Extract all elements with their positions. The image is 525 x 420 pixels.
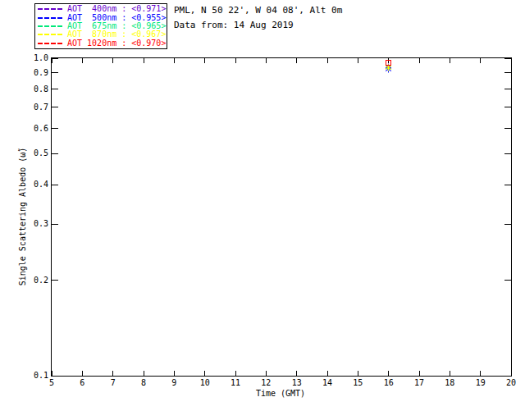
y-axis-right-tick bbox=[504, 280, 511, 281]
x-axis-tick bbox=[388, 371, 389, 376]
y-axis-right-tick bbox=[504, 72, 511, 73]
y-tick-label: 0.8 bbox=[25, 84, 48, 94]
x-axis-top-tick bbox=[358, 58, 358, 63]
y-axis-right-tick bbox=[504, 185, 511, 185]
legend-item-label: AOT 400nm : <0.971> bbox=[67, 5, 166, 13]
x-axis-tick bbox=[204, 371, 205, 376]
x-tick-label: 7 bbox=[103, 378, 124, 388]
y-axis-tick bbox=[52, 72, 58, 73]
y-tick-label: 0.3 bbox=[25, 219, 48, 229]
y-axis-right-tick bbox=[504, 128, 511, 129]
x-tick-label: 15 bbox=[347, 378, 368, 388]
x-axis-top-tick bbox=[419, 58, 420, 63]
y-tick-label: 0.4 bbox=[25, 180, 48, 189]
x-axis-top-tick bbox=[144, 58, 144, 63]
x-tick-label: 17 bbox=[409, 378, 430, 388]
data-marker-square-1020nm bbox=[386, 60, 391, 66]
y-axis-right-tick bbox=[504, 107, 511, 107]
x-tick-label: 12 bbox=[255, 378, 276, 388]
dashed-line-sample-icon bbox=[38, 43, 62, 44]
legend-item-400nm: AOT 400nm : <0.971> bbox=[38, 5, 164, 13]
station-title: PML, N 50 22', W 04 08', Alt 0m bbox=[174, 5, 342, 16]
y-tick-label: 0.2 bbox=[25, 276, 48, 285]
dashed-line-sample-icon bbox=[38, 34, 62, 35]
y-tick-label: 0.9 bbox=[25, 68, 48, 78]
x-axis-top-tick bbox=[174, 58, 175, 63]
x-tick-label: 18 bbox=[439, 378, 460, 388]
x-tick-label: 10 bbox=[194, 378, 216, 388]
x-axis-tick bbox=[266, 371, 267, 376]
x-axis-top-tick bbox=[450, 58, 450, 63]
x-axis-tick bbox=[480, 371, 481, 376]
y-axis-tick bbox=[52, 376, 58, 377]
y-tick-label: 0.7 bbox=[25, 103, 48, 112]
x-axis-top-tick bbox=[296, 58, 297, 63]
y-axis-tick bbox=[52, 224, 58, 225]
y-axis-tick bbox=[52, 185, 58, 185]
y-axis-right-tick bbox=[504, 153, 511, 154]
dashed-line-sample-icon bbox=[38, 25, 62, 27]
x-axis-top-tick bbox=[480, 58, 481, 63]
x-tick-label: 16 bbox=[378, 378, 399, 388]
y-axis-right-tick bbox=[504, 58, 511, 59]
x-axis-tick bbox=[82, 371, 83, 376]
x-axis-top-tick bbox=[511, 58, 512, 63]
x-axis-top-tick bbox=[266, 58, 267, 63]
x-tick-label: 9 bbox=[163, 378, 185, 388]
x-axis-label: Time (GMT) bbox=[51, 389, 510, 399]
dashed-line-sample-icon bbox=[38, 8, 62, 10]
y-tick-label: 0.5 bbox=[25, 148, 48, 158]
legend-item-label: AOT 870nm : <0.967> bbox=[67, 30, 166, 39]
y-tick-label: 1.0 bbox=[25, 53, 48, 63]
x-tick-label: 14 bbox=[317, 378, 338, 388]
x-axis-tick bbox=[112, 371, 113, 376]
y-axis-tick bbox=[52, 128, 58, 129]
x-axis-top-tick bbox=[327, 58, 328, 63]
legend-item-label: AOT 1020nm : <0.970> bbox=[67, 39, 166, 48]
x-axis-tick bbox=[327, 371, 328, 376]
y-axis-right-tick bbox=[504, 89, 511, 89]
y-axis-right-tick bbox=[504, 376, 511, 377]
x-axis-top-tick bbox=[235, 58, 236, 63]
x-axis-tick bbox=[358, 371, 358, 376]
x-axis-tick bbox=[450, 371, 450, 376]
x-tick-label: 8 bbox=[133, 378, 154, 388]
y-axis-tick bbox=[52, 58, 58, 59]
legend: AOT 400nm : <0.971> AOT 500nm : <0.955> … bbox=[34, 3, 167, 49]
x-tick-label: 19 bbox=[470, 378, 491, 388]
data-date-subtitle: Data from: 14 Aug 2019 bbox=[174, 20, 294, 31]
x-axis-tick bbox=[296, 371, 297, 376]
x-axis-tick bbox=[419, 371, 420, 376]
y-axis-tick bbox=[52, 280, 58, 281]
x-axis-tick bbox=[235, 371, 236, 376]
x-axis-top-tick bbox=[204, 58, 205, 63]
y-tick-label: 0.6 bbox=[25, 124, 48, 134]
x-tick-label: 13 bbox=[286, 378, 308, 388]
plot-area: 5678910111213141516171819201.00.90.80.70… bbox=[51, 57, 512, 377]
x-axis-tick bbox=[144, 371, 144, 376]
y-axis-tick bbox=[52, 153, 58, 154]
y-axis-label: Single Scattering Albedo (ω̃) bbox=[17, 110, 29, 323]
x-tick-label: 11 bbox=[225, 378, 246, 388]
dashed-line-sample-icon bbox=[38, 17, 62, 19]
x-tick-label: 20 bbox=[500, 378, 522, 388]
aeronet-ssa-plot-page: AOT 400nm : <0.971> AOT 500nm : <0.955> … bbox=[0, 0, 525, 420]
y-tick-label: 0.1 bbox=[25, 371, 48, 381]
x-axis-top-tick bbox=[112, 58, 113, 63]
legend-item-870nm: AOT 870nm : <0.967> bbox=[38, 30, 164, 39]
legend-item-1020nm: AOT 1020nm : <0.970> bbox=[38, 39, 164, 48]
x-axis-top-tick bbox=[82, 58, 83, 63]
y-axis-tick bbox=[52, 89, 58, 89]
x-axis-tick bbox=[174, 371, 175, 376]
x-tick-label: 6 bbox=[71, 378, 93, 388]
y-axis-tick bbox=[52, 107, 58, 107]
y-axis-right-tick bbox=[504, 224, 511, 225]
x-axis-top-tick bbox=[52, 58, 52, 63]
